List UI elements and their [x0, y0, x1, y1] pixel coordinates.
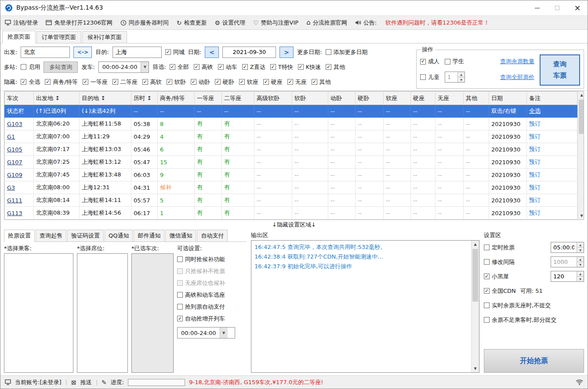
hide-checkbox-6[interactable]: 动卧: [191, 78, 210, 86]
hidden-settings-divider[interactable]: ↓隐藏设置区域↓: [0, 220, 588, 230]
train-row[interactable]: G111北京南08:14上海虹桥14:1105:575有有-----------…: [5, 194, 577, 207]
setting-spinner-2-input[interactable]: [551, 271, 577, 281]
output-scrollbar[interactable]: ▲ ▼: [471, 241, 479, 372]
spin-up-icon[interactable]: ▲: [577, 257, 584, 262]
depart-input[interactable]: [21, 47, 70, 58]
filter-checkbox-4[interactable]: T特快: [270, 63, 293, 71]
column-header-7[interactable]: 高级软卧: [254, 92, 292, 105]
hide-checkbox-9[interactable]: 硬座: [263, 78, 283, 86]
filter-checkbox-3[interactable]: Z直达: [242, 63, 265, 71]
book-link[interactable]: 预订: [527, 181, 577, 194]
setting-checkbox-5[interactable]: 余票不足乘客时,部分提交: [484, 316, 556, 324]
column-header-6[interactable]: 二等座: [222, 92, 254, 105]
hide-checkbox-11[interactable]: 其他: [312, 78, 331, 86]
setting-spinner-2[interactable]: ▲▼: [551, 271, 584, 282]
grab-time-select[interactable]: 00:00-24:00 ▼: [177, 327, 235, 339]
column-header-13[interactable]: 无座: [436, 92, 464, 105]
push-label[interactable]: 推送: [80, 378, 92, 386]
setting-checkbox-2[interactable]: 小黑屋: [484, 273, 509, 281]
column-header-8[interactable]: 软卧: [292, 92, 328, 105]
setting-checkbox-3[interactable]: 全国CDN: [484, 287, 516, 295]
column-header-14[interactable]: 其他: [464, 92, 489, 105]
train-number-link[interactable]: G3: [5, 181, 34, 194]
column-header-5[interactable]: 一等座: [195, 92, 222, 105]
prev-date-button[interactable]: <: [205, 47, 219, 58]
filter-checkbox-6[interactable]: 其他: [326, 63, 345, 71]
column-header-9[interactable]: 动卧: [328, 92, 356, 105]
filter-checkbox-1[interactable]: 高铁: [194, 63, 213, 71]
train-row[interactable]: G107北京南07:25上海虹桥13:1205:4715有有----------…: [5, 156, 577, 169]
train-row[interactable]: G105北京南07:17上海虹桥13:0305:466有有-----------…: [5, 143, 577, 156]
column-header-3[interactable]: 历时 ↕: [131, 92, 158, 105]
book-link[interactable]: 预订: [527, 156, 577, 169]
spin-down-icon[interactable]: ▼: [577, 276, 584, 281]
train-number-link[interactable]: G109: [5, 169, 34, 181]
minimize-button[interactable]: [527, 0, 547, 15]
optional-checkbox-4[interactable]: 抢到票自动支付: [177, 303, 225, 311]
settings-tab-0[interactable]: 抢票设置: [4, 230, 35, 242]
scroll-down-icon[interactable]: ▼: [578, 212, 584, 220]
multi-enable-checkbox[interactable]: 启用: [21, 63, 40, 71]
train-row[interactable]: G3北京南08:00上海12:3104:31候补有有--------------…: [5, 181, 577, 194]
column-header-2[interactable]: 目的地 ↕: [80, 92, 131, 105]
hide-checkbox-3[interactable]: 二等座: [113, 78, 138, 86]
setting-checkbox-4[interactable]: 实时余票无座时,不提交: [484, 302, 551, 310]
train-number-link[interactable]: G111: [5, 194, 34, 207]
column-header-10[interactable]: 硬卧: [356, 92, 384, 105]
settings-tab-3[interactable]: QQ通知: [105, 230, 133, 241]
toolbar-item-5[interactable]: ♡赞助与注册VIP: [253, 19, 298, 27]
book-link[interactable]: 预订: [527, 118, 577, 130]
page-tab-2[interactable]: 候补订单页面: [82, 31, 127, 43]
filter-checkbox-0[interactable]: 全部: [170, 63, 189, 71]
optional-checkbox-3[interactable]: 高铁和动车选座: [177, 291, 225, 299]
scroll-up-icon[interactable]: ▲: [472, 241, 479, 248]
dest-input[interactable]: [113, 47, 162, 58]
output-log-box[interactable]: 16:42:47:5 查询完毕，本次查询共用时:532毫秒。16:42:38:4…: [251, 240, 479, 373]
spin-down-icon[interactable]: ▼: [577, 247, 584, 252]
seat-list[interactable]: [77, 253, 128, 373]
book-link[interactable]: 预订: [527, 169, 577, 181]
table-scrollbar[interactable]: ▲ ▼: [577, 91, 584, 220]
query-price-link[interactable]: 查询全部票价: [500, 73, 534, 81]
train-row[interactable]: G113北京南08:39上海虹桥14:5606:171有有-----------…: [5, 207, 577, 220]
column-header-1[interactable]: 出发地 ↕: [34, 92, 80, 105]
book-link[interactable]: 预订: [527, 207, 577, 220]
query-ticket-button[interactable]: 查询 车票: [540, 54, 580, 86]
train-number-link[interactable]: G113: [5, 207, 34, 220]
toolbar-item-2[interactable]: 同步服务器时间: [120, 19, 169, 27]
page-tab-1[interactable]: 订单管理页面: [36, 31, 81, 43]
settings-tab-6[interactable]: 自动支付: [197, 230, 228, 241]
swap-stations-button[interactable]: <->: [73, 47, 92, 58]
train-number-link[interactable]: G107: [5, 156, 34, 169]
column-header-15[interactable]: 日期: [489, 92, 527, 105]
spin-down-icon[interactable]: ▼: [577, 262, 584, 267]
settings-tab-4[interactable]: 邮件通知: [134, 230, 164, 241]
train-row[interactable]: G1北京南07:00上海11:2904:294有有---------------…: [5, 130, 577, 143]
toolbar-item-0[interactable]: 注销/登录: [5, 19, 38, 27]
selected-train-list[interactable]: [131, 253, 174, 373]
toolbar-item-7[interactable]: 公告:: [355, 19, 377, 27]
book-link[interactable]: 预订: [527, 143, 577, 156]
hide-checkbox-8[interactable]: 软座: [239, 78, 258, 86]
setting-checkbox-0[interactable]: 定时抢票: [484, 244, 515, 252]
train-number-link[interactable]: G1: [5, 130, 34, 143]
toolbar-item-1[interactable]: 免登录打开12306官网: [46, 19, 112, 27]
filter-checkbox-5[interactable]: K快速: [298, 63, 321, 71]
train-row[interactable]: G109北京南07:45上海虹桥13:4806:039有有-----------…: [5, 169, 577, 181]
column-header-11[interactable]: 软座: [384, 92, 411, 105]
maximize-button[interactable]: [547, 0, 567, 15]
toolbar-item-3[interactable]: ↻检查更新: [177, 19, 207, 27]
date-input[interactable]: [222, 47, 276, 58]
passenger-list[interactable]: [4, 253, 73, 373]
hide-checkbox-4[interactable]: 高软: [142, 78, 162, 86]
multi-query-button[interactable]: 多站查询: [44, 61, 78, 73]
column-header-4[interactable]: 商务/特等: [158, 92, 195, 105]
query-remaining-link[interactable]: 查询余票数量: [500, 58, 534, 65]
settings-tab-5[interactable]: 微信通知: [165, 230, 196, 241]
scroll-down-icon[interactable]: ▼: [472, 365, 479, 372]
settings-tab-2[interactable]: 验证码设置: [67, 230, 104, 241]
close-button[interactable]: ×: [567, 0, 588, 15]
next-date-button[interactable]: >: [279, 47, 294, 58]
hide-checkbox-7[interactable]: 硬卧: [215, 78, 234, 86]
page-tab-0[interactable]: 抢票页面: [2, 31, 36, 43]
